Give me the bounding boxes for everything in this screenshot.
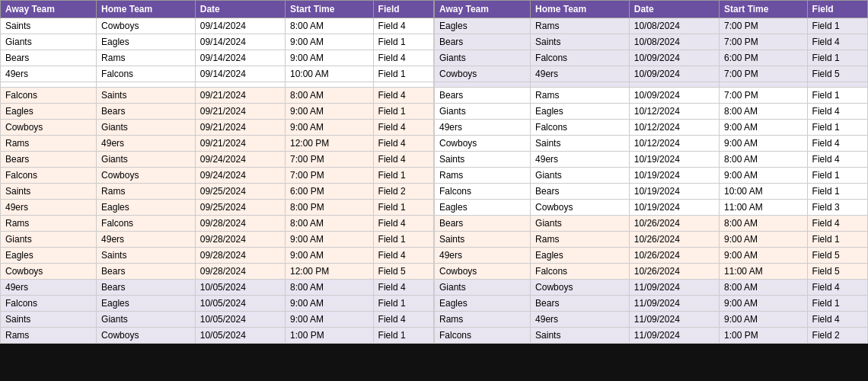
table-row: CowboysFalcons10/26/202411:00 AMField 5 [435,264,868,280]
table-row: SaintsGiants10/05/20249:00 AMField 4 [1,312,434,328]
cell-field [373,82,433,88]
cell-home: Giants [97,120,196,136]
cell-date: 10/19/2024 [629,168,719,184]
cell-date: 09/28/2024 [195,216,285,232]
cell-home: Saints [97,248,196,264]
table-row: SaintsRams09/25/20246:00 PMField 2 [1,184,434,200]
cell-field: Field 1 [373,200,433,216]
table-row: FalconsBears10/19/202410:00 AMField 1 [435,184,868,200]
table-row: EaglesRams10/08/20247:00 PMField 1 [435,18,868,34]
cell-home [531,82,630,88]
cell-field: Field 4 [373,152,433,168]
cell-field: Field 1 [373,104,433,120]
table-row: FalconsCowboys09/24/20247:00 PMField 1 [1,168,434,184]
cell-home: Falcons [97,66,196,82]
cell-field: Field 1 [807,50,867,66]
table-row: Cowboys49ers10/09/20247:00 PMField 5 [435,66,868,82]
cell-away: Eagles [435,296,531,312]
cell-date: 09/25/2024 [195,200,285,216]
cell-date: 09/14/2024 [195,66,285,82]
cell-date: 09/21/2024 [195,120,285,136]
cell-away: Cowboys [1,120,97,136]
cell-home: Eagles [531,248,630,264]
cell-home: Falcons [97,216,196,232]
cell-date: 09/14/2024 [195,50,285,66]
cell-time: 9:00 AM [285,312,373,328]
table-row: SaintsRams10/26/20249:00 AMField 1 [435,232,868,248]
cell-away [1,82,97,88]
cell-date: 11/09/2024 [629,312,719,328]
cell-away: 49ers [1,200,97,216]
left-home-team-header: Home Team [97,1,196,18]
table-row: EaglesSaints09/28/20249:00 AMField 4 [1,248,434,264]
cell-away: Rams [1,136,97,152]
left-date-header: Date [195,1,285,18]
left-schedule-table: Away Team Home Team Date Start Time Fiel… [0,0,434,344]
cell-home: Eagles [531,104,630,120]
cell-date: 10/08/2024 [629,18,719,34]
cell-date: 09/28/2024 [195,232,285,248]
cell-time [285,82,373,88]
cell-time: 9:00 AM [719,120,807,136]
cell-time: 9:00 AM [285,104,373,120]
cell-away: Bears [435,34,531,50]
cell-home: 49ers [531,152,630,168]
cell-date: 10/09/2024 [629,50,719,66]
cell-time: 8:00 AM [285,18,373,34]
cell-home: Cowboys [97,328,196,344]
cell-date: 09/14/2024 [195,34,285,50]
left-away-team-header: Away Team [1,1,97,18]
cell-time: 1:00 PM [719,328,807,344]
table-row: GiantsCowboys11/09/20248:00 AMField 4 [435,280,868,296]
right-table-body: EaglesRams10/08/20247:00 PMField 1BearsS… [435,18,868,344]
table-row: SaintsCowboys09/14/20248:00 AMField 4 [1,18,434,34]
cell-away: 49ers [1,66,97,82]
cell-date: 10/12/2024 [629,136,719,152]
table-row: FalconsEagles10/05/20249:00 AMField 1 [1,296,434,312]
cell-away: Falcons [435,184,531,200]
cell-date: 11/09/2024 [629,296,719,312]
cell-field: Field 1 [373,34,433,50]
cell-away: 49ers [1,280,97,296]
cell-away: Eagles [435,200,531,216]
cell-date: 10/12/2024 [629,104,719,120]
left-field-header: Field [373,1,433,18]
cell-field: Field 4 [807,312,867,328]
cell-date: 09/21/2024 [195,104,285,120]
table-row: RamsFalcons09/28/20248:00 AMField 4 [1,216,434,232]
cell-away: Saints [1,312,97,328]
cell-home: Cowboys [97,18,196,34]
cell-home: Falcons [531,120,630,136]
cell-field [807,82,867,88]
cell-time: 11:00 AM [719,200,807,216]
table-row: FalconsSaints11/09/20241:00 PMField 2 [435,328,868,344]
cell-away: Rams [1,216,97,232]
cell-time: 9:00 AM [285,248,373,264]
table-row: BearsGiants09/24/20247:00 PMField 4 [1,152,434,168]
cell-away: Cowboys [1,264,97,280]
cell-field: Field 1 [373,168,433,184]
cell-field: Field 4 [373,120,433,136]
cell-field: Field 1 [807,232,867,248]
cell-field: Field 1 [807,120,867,136]
table-row: CowboysBears09/28/202412:00 PMField 5 [1,264,434,280]
cell-field: Field 4 [807,152,867,168]
cell-field: Field 1 [807,184,867,200]
cell-field: Field 4 [373,136,433,152]
cell-field: Field 4 [373,216,433,232]
cell-field: Field 4 [373,50,433,66]
table-row: FalconsSaints09/21/20248:00 AMField 4 [1,88,434,104]
cell-away: Bears [1,152,97,168]
cell-time: 8:00 AM [719,152,807,168]
cell-time: 7:00 PM [719,66,807,82]
cell-time: 7:00 PM [285,152,373,168]
cell-away: Bears [435,216,531,232]
cell-away: Giants [1,34,97,50]
cell-away: Bears [1,50,97,66]
table-row: BearsGiants10/26/20248:00 AMField 4 [435,216,868,232]
right-schedule-table: Away Team Home Team Date Start Time Fiel… [434,0,868,344]
right-away-team-header: Away Team [435,1,531,18]
cell-field: Field 2 [807,328,867,344]
cell-home: Rams [97,184,196,200]
cell-date: 11/09/2024 [629,328,719,344]
